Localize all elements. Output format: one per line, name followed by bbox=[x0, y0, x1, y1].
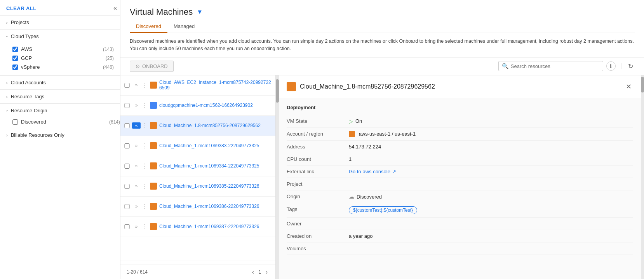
vsphere-checkbox[interactable] bbox=[12, 65, 18, 70]
gcp-checkbox[interactable] bbox=[12, 56, 18, 61]
search-box: 🔍 bbox=[498, 61, 603, 71]
row-expand-3[interactable]: « bbox=[132, 122, 141, 129]
detail-row-origin: Origin ☁ Discovered bbox=[287, 190, 633, 203]
table-row[interactable]: » ⋮ Cloud_Machine_1-mcm1069386-222049773… bbox=[120, 197, 275, 217]
row-menu-7[interactable]: ⋮ bbox=[141, 203, 148, 210]
table-row[interactable]: » ⋮ Cloud_Machine_1-mcm1069385-222049773… bbox=[120, 176, 275, 197]
row-expand-2[interactable]: » bbox=[132, 103, 141, 108]
row-menu-6[interactable]: ⋮ bbox=[141, 183, 148, 190]
cloud-types-filter-label: Cloud Types bbox=[11, 33, 39, 39]
row-checkbox-6[interactable] bbox=[124, 184, 131, 189]
detail-body: Deployment VM State ▷ On Account / regio… bbox=[279, 98, 641, 262]
detail-section-title: Deployment bbox=[287, 105, 633, 110]
cloud-types-filter-section: › Cloud Types AWS (143) GCP (25) bbox=[0, 29, 120, 75]
detail-label-tags: Tags bbox=[287, 206, 349, 212]
aws-checkbox[interactable] bbox=[12, 47, 18, 52]
row-checkbox-7[interactable] bbox=[124, 204, 131, 209]
cloud-accounts-filter-label: Cloud Accounts bbox=[11, 80, 46, 85]
detail-title: Cloud_Machine_1.8-mcm852756-208729629562 bbox=[300, 83, 624, 90]
discovered-filter-label: Discovered bbox=[21, 119, 46, 125]
separator-divider: | bbox=[619, 61, 623, 71]
table-row[interactable]: » ⋮ Cloud_Machine_1-mcm1069383-222049773… bbox=[120, 136, 275, 156]
onboard-label: ONBOARD bbox=[142, 63, 168, 69]
table-row[interactable]: » ⋮ Cloud_Machine_1-mcm1069387-222049773… bbox=[120, 217, 275, 237]
page-title: Virtual Machines bbox=[130, 7, 193, 17]
vm-state-text: On bbox=[355, 118, 362, 124]
row-checkbox-3[interactable] bbox=[124, 123, 131, 128]
pagination-controls: ‹ 1 › bbox=[251, 268, 269, 276]
row-menu-1[interactable]: ⋮ bbox=[141, 82, 148, 89]
vsphere-count: (446) bbox=[103, 65, 114, 70]
tabs-row: Discovered Managed bbox=[130, 20, 635, 33]
next-page-button[interactable]: › bbox=[264, 268, 269, 276]
row-checkbox-8[interactable] bbox=[124, 224, 131, 229]
detail-label-cpu: CPU count bbox=[287, 156, 349, 162]
row-menu-2[interactable]: ⋮ bbox=[141, 102, 148, 109]
main-content: Virtual Machines ▼ Discovered Managed Di… bbox=[120, 0, 644, 279]
cloud-accounts-chevron-icon: › bbox=[6, 80, 8, 85]
detail-panel: Cloud_Machine_1.8-mcm852756-208729629562… bbox=[279, 75, 641, 279]
row-checkbox-2[interactable] bbox=[124, 103, 131, 108]
clear-all-button[interactable]: CLEAR ALL bbox=[0, 0, 120, 15]
sidebar: « CLEAR ALL › Projects › Cloud Types AWS… bbox=[0, 0, 120, 279]
onboard-button[interactable]: ⊙ ONBOARD bbox=[130, 61, 174, 72]
prev-page-button[interactable]: ‹ bbox=[251, 268, 256, 276]
row-expand-4[interactable]: » bbox=[132, 143, 141, 148]
sidebar-collapse-button[interactable]: « bbox=[113, 5, 117, 12]
detail-label-volumes: Volumes bbox=[287, 246, 349, 251]
row-expand-5[interactable]: » bbox=[132, 163, 141, 169]
detail-row-tags: Tags ${customTest}:${customTest} bbox=[287, 203, 633, 218]
table-vertical-scrollbar[interactable] bbox=[276, 75, 279, 279]
resource-origin-filter-header[interactable]: › Resource Origin bbox=[0, 104, 120, 117]
detail-vertical-scrollbar[interactable] bbox=[641, 75, 644, 279]
detail-row-account: Account / region aws-us-east-1 / us-east… bbox=[287, 128, 633, 141]
detail-row-external-link: External link Go to aws console ↗ bbox=[287, 166, 633, 178]
aws-vm-icon-6 bbox=[150, 183, 157, 190]
row-checkbox-5[interactable] bbox=[124, 164, 131, 169]
row-expand-7[interactable]: » bbox=[132, 204, 141, 209]
discovered-filter-count: (614) bbox=[109, 119, 120, 125]
detail-value-external-link[interactable]: Go to aws console ↗ bbox=[349, 169, 633, 174]
row-menu-3[interactable]: ⋮ bbox=[141, 122, 148, 129]
search-icon: 🔍 bbox=[502, 63, 508, 69]
row-expand-1[interactable]: » bbox=[132, 82, 141, 88]
row-menu-4[interactable]: ⋮ bbox=[141, 142, 148, 150]
refresh-button[interactable]: ↻ bbox=[627, 61, 635, 71]
toolbar: ⊙ ONBOARD 🔍 ℹ | ↻ bbox=[120, 58, 644, 75]
row-name-1: Cloud_AWS_EC2_Instance_1-mcm875742-20992… bbox=[159, 80, 272, 91]
detail-label-origin: Origin bbox=[287, 194, 349, 199]
table-row[interactable]: » ⋮ Cloud_Machine_1-mcm1069384-222049773… bbox=[120, 156, 275, 176]
billable-resources-filter-header[interactable]: › Billable Resources Only bbox=[0, 128, 120, 142]
cloud-types-filter-header[interactable]: › Cloud Types bbox=[0, 30, 120, 43]
discovered-checkbox[interactable] bbox=[12, 119, 18, 125]
resource-tags-chevron-icon: › bbox=[6, 94, 8, 99]
detail-close-button[interactable]: ✕ bbox=[624, 81, 633, 92]
row-expand-8[interactable]: » bbox=[132, 224, 141, 229]
gcp-count: (25) bbox=[106, 56, 114, 61]
table-row[interactable]: » ⋮ cloudgcpmachine1-mcm1562-16626492390… bbox=[120, 96, 275, 116]
info-button[interactable]: ℹ bbox=[606, 61, 616, 71]
account-text: aws-us-east-1 / us-east-1 bbox=[359, 131, 416, 137]
search-input[interactable] bbox=[511, 63, 600, 69]
table-scroll: » ⋮ Cloud_AWS_EC2_Instance_1-mcm875742-2… bbox=[120, 75, 275, 265]
tab-discovered[interactable]: Discovered bbox=[130, 20, 167, 33]
projects-filter-section: › Projects bbox=[0, 15, 120, 29]
detail-row-volumes: Volumes bbox=[287, 242, 633, 255]
row-menu-5[interactable]: ⋮ bbox=[141, 162, 148, 170]
resource-origin-filter-label: Resource Origin bbox=[11, 108, 47, 113]
table-row[interactable]: » ⋮ Cloud_AWS_EC2_Instance_1-mcm875742-2… bbox=[120, 75, 275, 96]
row-menu-8[interactable]: ⋮ bbox=[141, 223, 148, 230]
aws-vm-icon-7 bbox=[150, 203, 157, 210]
table-row[interactable]: « ⋮ Cloud_Machine_1.8-mcm852756-20872962… bbox=[120, 116, 275, 136]
cloud-accounts-filter-header[interactable]: › Cloud Accounts bbox=[0, 75, 120, 89]
resource-tags-filter-header[interactable]: › Resource Tags bbox=[0, 89, 120, 103]
row-name-5: Cloud_Machine_1-mcm1069384-222049773325 bbox=[159, 163, 272, 169]
origin-text: Discovered bbox=[357, 194, 382, 200]
row-expand-6[interactable]: » bbox=[132, 183, 141, 189]
gcp-vm-icon-2 bbox=[150, 102, 157, 109]
projects-filter-header[interactable]: › Projects bbox=[0, 16, 120, 29]
row-checkbox-4[interactable] bbox=[124, 143, 131, 148]
tab-managed[interactable]: Managed bbox=[167, 20, 201, 33]
detail-label-account: Account / region bbox=[287, 131, 349, 137]
row-checkbox-1[interactable] bbox=[124, 83, 131, 88]
